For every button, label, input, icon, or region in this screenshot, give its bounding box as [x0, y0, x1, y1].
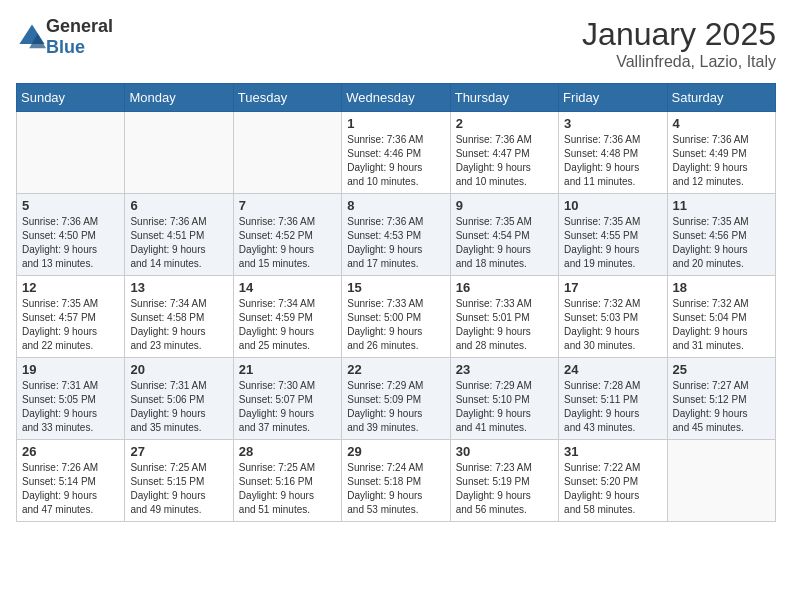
day-info: Sunrise: 7:34 AM Sunset: 4:58 PM Dayligh… — [130, 297, 227, 353]
day-number: 1 — [347, 116, 444, 131]
day-info: Sunrise: 7:33 AM Sunset: 5:01 PM Dayligh… — [456, 297, 553, 353]
day-info: Sunrise: 7:32 AM Sunset: 5:03 PM Dayligh… — [564, 297, 661, 353]
calendar-cell: 24Sunrise: 7:28 AM Sunset: 5:11 PM Dayli… — [559, 358, 667, 440]
calendar-cell: 23Sunrise: 7:29 AM Sunset: 5:10 PM Dayli… — [450, 358, 558, 440]
day-number: 7 — [239, 198, 336, 213]
calendar-cell: 10Sunrise: 7:35 AM Sunset: 4:55 PM Dayli… — [559, 194, 667, 276]
header-tuesday: Tuesday — [233, 84, 341, 112]
day-info: Sunrise: 7:36 AM Sunset: 4:52 PM Dayligh… — [239, 215, 336, 271]
day-number: 18 — [673, 280, 770, 295]
calendar-header-row: SundayMondayTuesdayWednesdayThursdayFrid… — [17, 84, 776, 112]
day-number: 17 — [564, 280, 661, 295]
calendar-cell: 28Sunrise: 7:25 AM Sunset: 5:16 PM Dayli… — [233, 440, 341, 522]
day-number: 3 — [564, 116, 661, 131]
day-info: Sunrise: 7:24 AM Sunset: 5:18 PM Dayligh… — [347, 461, 444, 517]
title-section: January 2025 Vallinfreda, Lazio, Italy — [582, 16, 776, 71]
day-info: Sunrise: 7:34 AM Sunset: 4:59 PM Dayligh… — [239, 297, 336, 353]
calendar-cell: 3Sunrise: 7:36 AM Sunset: 4:48 PM Daylig… — [559, 112, 667, 194]
header-monday: Monday — [125, 84, 233, 112]
day-number: 15 — [347, 280, 444, 295]
day-number: 13 — [130, 280, 227, 295]
calendar-week-5: 26Sunrise: 7:26 AM Sunset: 5:14 PM Dayli… — [17, 440, 776, 522]
calendar-cell: 1Sunrise: 7:36 AM Sunset: 4:46 PM Daylig… — [342, 112, 450, 194]
day-number: 5 — [22, 198, 119, 213]
day-number: 10 — [564, 198, 661, 213]
calendar-table: SundayMondayTuesdayWednesdayThursdayFrid… — [16, 83, 776, 522]
day-number: 29 — [347, 444, 444, 459]
calendar-cell: 8Sunrise: 7:36 AM Sunset: 4:53 PM Daylig… — [342, 194, 450, 276]
header-thursday: Thursday — [450, 84, 558, 112]
day-info: Sunrise: 7:36 AM Sunset: 4:48 PM Dayligh… — [564, 133, 661, 189]
logo-blue: Blue — [46, 37, 85, 57]
logo-icon — [18, 23, 46, 51]
header-saturday: Saturday — [667, 84, 775, 112]
day-info: Sunrise: 7:32 AM Sunset: 5:04 PM Dayligh… — [673, 297, 770, 353]
calendar-cell: 22Sunrise: 7:29 AM Sunset: 5:09 PM Dayli… — [342, 358, 450, 440]
day-info: Sunrise: 7:35 AM Sunset: 4:57 PM Dayligh… — [22, 297, 119, 353]
page-header: General Blue January 2025 Vallinfreda, L… — [16, 16, 776, 71]
calendar-cell: 14Sunrise: 7:34 AM Sunset: 4:59 PM Dayli… — [233, 276, 341, 358]
day-number: 4 — [673, 116, 770, 131]
day-info: Sunrise: 7:36 AM Sunset: 4:47 PM Dayligh… — [456, 133, 553, 189]
calendar-cell: 6Sunrise: 7:36 AM Sunset: 4:51 PM Daylig… — [125, 194, 233, 276]
day-info: Sunrise: 7:35 AM Sunset: 4:54 PM Dayligh… — [456, 215, 553, 271]
calendar-cell — [125, 112, 233, 194]
calendar-cell: 7Sunrise: 7:36 AM Sunset: 4:52 PM Daylig… — [233, 194, 341, 276]
day-number: 20 — [130, 362, 227, 377]
day-info: Sunrise: 7:29 AM Sunset: 5:10 PM Dayligh… — [456, 379, 553, 435]
header-sunday: Sunday — [17, 84, 125, 112]
day-number: 14 — [239, 280, 336, 295]
day-number: 22 — [347, 362, 444, 377]
day-info: Sunrise: 7:31 AM Sunset: 5:05 PM Dayligh… — [22, 379, 119, 435]
day-number: 21 — [239, 362, 336, 377]
day-info: Sunrise: 7:36 AM Sunset: 4:53 PM Dayligh… — [347, 215, 444, 271]
calendar-cell: 5Sunrise: 7:36 AM Sunset: 4:50 PM Daylig… — [17, 194, 125, 276]
day-info: Sunrise: 7:31 AM Sunset: 5:06 PM Dayligh… — [130, 379, 227, 435]
day-info: Sunrise: 7:29 AM Sunset: 5:09 PM Dayligh… — [347, 379, 444, 435]
calendar-cell: 16Sunrise: 7:33 AM Sunset: 5:01 PM Dayli… — [450, 276, 558, 358]
calendar-cell: 4Sunrise: 7:36 AM Sunset: 4:49 PM Daylig… — [667, 112, 775, 194]
calendar-week-4: 19Sunrise: 7:31 AM Sunset: 5:05 PM Dayli… — [17, 358, 776, 440]
calendar-cell: 25Sunrise: 7:27 AM Sunset: 5:12 PM Dayli… — [667, 358, 775, 440]
calendar-cell — [17, 112, 125, 194]
day-number: 24 — [564, 362, 661, 377]
day-number: 8 — [347, 198, 444, 213]
day-number: 9 — [456, 198, 553, 213]
day-number: 19 — [22, 362, 119, 377]
calendar-cell: 19Sunrise: 7:31 AM Sunset: 5:05 PM Dayli… — [17, 358, 125, 440]
day-info: Sunrise: 7:28 AM Sunset: 5:11 PM Dayligh… — [564, 379, 661, 435]
day-info: Sunrise: 7:35 AM Sunset: 4:55 PM Dayligh… — [564, 215, 661, 271]
day-info: Sunrise: 7:33 AM Sunset: 5:00 PM Dayligh… — [347, 297, 444, 353]
day-number: 2 — [456, 116, 553, 131]
day-info: Sunrise: 7:26 AM Sunset: 5:14 PM Dayligh… — [22, 461, 119, 517]
location-title: Vallinfreda, Lazio, Italy — [582, 53, 776, 71]
calendar-cell — [233, 112, 341, 194]
day-info: Sunrise: 7:35 AM Sunset: 4:56 PM Dayligh… — [673, 215, 770, 271]
day-info: Sunrise: 7:25 AM Sunset: 5:15 PM Dayligh… — [130, 461, 227, 517]
day-info: Sunrise: 7:36 AM Sunset: 4:46 PM Dayligh… — [347, 133, 444, 189]
day-number: 12 — [22, 280, 119, 295]
day-number: 31 — [564, 444, 661, 459]
calendar-cell — [667, 440, 775, 522]
calendar-week-2: 5Sunrise: 7:36 AM Sunset: 4:50 PM Daylig… — [17, 194, 776, 276]
day-info: Sunrise: 7:36 AM Sunset: 4:49 PM Dayligh… — [673, 133, 770, 189]
calendar-cell: 30Sunrise: 7:23 AM Sunset: 5:19 PM Dayli… — [450, 440, 558, 522]
day-number: 27 — [130, 444, 227, 459]
day-info: Sunrise: 7:23 AM Sunset: 5:19 PM Dayligh… — [456, 461, 553, 517]
day-number: 28 — [239, 444, 336, 459]
calendar-cell: 15Sunrise: 7:33 AM Sunset: 5:00 PM Dayli… — [342, 276, 450, 358]
calendar-cell: 31Sunrise: 7:22 AM Sunset: 5:20 PM Dayli… — [559, 440, 667, 522]
calendar-cell: 2Sunrise: 7:36 AM Sunset: 4:47 PM Daylig… — [450, 112, 558, 194]
month-title: January 2025 — [582, 16, 776, 53]
day-info: Sunrise: 7:27 AM Sunset: 5:12 PM Dayligh… — [673, 379, 770, 435]
logo: General Blue — [16, 16, 113, 58]
calendar-cell: 18Sunrise: 7:32 AM Sunset: 5:04 PM Dayli… — [667, 276, 775, 358]
day-info: Sunrise: 7:30 AM Sunset: 5:07 PM Dayligh… — [239, 379, 336, 435]
calendar-cell: 26Sunrise: 7:26 AM Sunset: 5:14 PM Dayli… — [17, 440, 125, 522]
header-friday: Friday — [559, 84, 667, 112]
calendar-week-1: 1Sunrise: 7:36 AM Sunset: 4:46 PM Daylig… — [17, 112, 776, 194]
day-info: Sunrise: 7:36 AM Sunset: 4:51 PM Dayligh… — [130, 215, 227, 271]
calendar-cell: 20Sunrise: 7:31 AM Sunset: 5:06 PM Dayli… — [125, 358, 233, 440]
day-number: 30 — [456, 444, 553, 459]
day-number: 26 — [22, 444, 119, 459]
